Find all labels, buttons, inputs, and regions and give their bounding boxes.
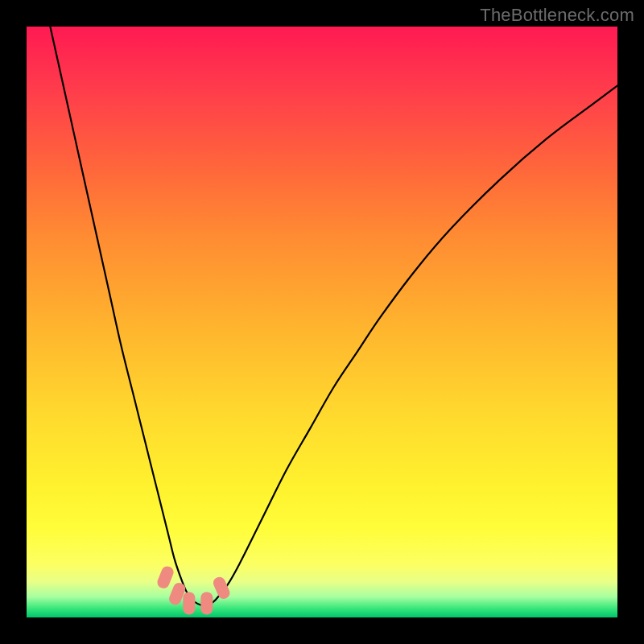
plot-area [27, 27, 617, 617]
bottleneck-curve [50, 27, 617, 605]
marker-bottom-left [183, 592, 195, 614]
marker-bottom-right [200, 592, 213, 614]
markers-group [155, 564, 231, 614]
marker-left-upper [155, 564, 175, 590]
chart-root: TheBottleneck.com [0, 0, 644, 644]
chart-svg [27, 27, 617, 617]
watermark-text: TheBottleneck.com [480, 5, 634, 26]
marker-right [212, 575, 232, 601]
